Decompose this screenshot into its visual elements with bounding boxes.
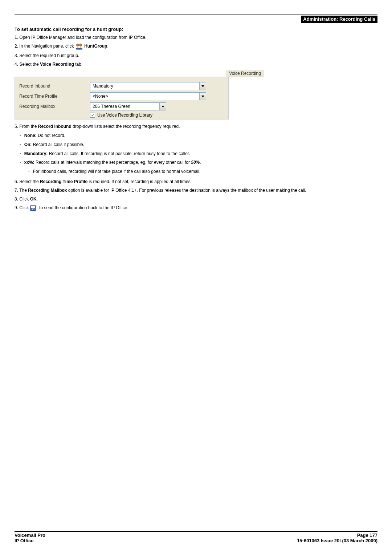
step-text-post: to send the configuration back to the IP… xyxy=(39,205,128,210)
step-number: 1. xyxy=(15,35,18,40)
label-recording-mailbox: Recording Mailbox xyxy=(19,104,90,109)
bullet-text: For inbound calls, recording will not ta… xyxy=(33,169,201,174)
step-text-pre: Click xyxy=(19,197,30,202)
save-icon xyxy=(30,204,38,212)
step-3: 3. Select the required hunt group. xyxy=(15,52,377,59)
row-recording-mailbox: Recording Mailbox 206 Theresa Green xyxy=(19,102,224,110)
step-number: 3. xyxy=(15,53,18,58)
page-footer: Voicemail Pro IP Office Page 177 15-6010… xyxy=(15,531,377,543)
bullet-bold: On: xyxy=(24,142,32,147)
step-number: 4. xyxy=(15,62,18,67)
bullet-bold: Mandatory: xyxy=(24,151,48,156)
step-1: 1. Open IP Office Manager and load the c… xyxy=(15,34,377,41)
dropdown-record-time-profile[interactable]: <None> xyxy=(90,92,206,100)
svg-rect-5 xyxy=(33,209,34,210)
sub-bullet-inbound-note: For inbound calls, recording will not ta… xyxy=(33,169,377,175)
header-section-title: Administration: Recording Calls xyxy=(301,16,377,23)
svg-point-0 xyxy=(76,44,79,46)
bullet-none: None: Do not record. xyxy=(25,133,377,139)
step-text: Open IP Office Manager and load the conf… xyxy=(19,35,146,40)
step-number: 2. xyxy=(15,44,18,49)
step-text-pre: Select the xyxy=(19,179,40,184)
step-text-pre: The xyxy=(19,188,28,193)
step-9: 9. Click to send the configuration back … xyxy=(15,204,377,212)
step-text-pre: In the Navigation pane, click xyxy=(19,44,75,49)
page-header: Administration: Recording Calls xyxy=(15,15,377,23)
checkbox-use-voice-recording-library[interactable]: ✓ xyxy=(90,113,95,118)
step-6: 6. Select the Recording Time Profile is … xyxy=(15,178,377,185)
footer-issue: 15-601063 Issue 20l (03 March 2009) xyxy=(297,538,377,543)
step-5: 5. From the Record Inbound drop-down lis… xyxy=(15,123,377,130)
bullet-italic: 50% xyxy=(191,160,200,165)
step-bold: Recording Time Profile xyxy=(40,179,87,184)
checkbox-label: Use Voice Recording Library xyxy=(97,113,152,118)
step-text-pre: From the xyxy=(19,124,38,129)
footer-product: Voicemail Pro xyxy=(15,532,45,538)
step-bold: Record Inbound xyxy=(38,124,72,129)
label-record-time-profile: Record Time Profile xyxy=(19,94,90,99)
step-number: 6. xyxy=(15,179,18,184)
label-record-inbound: Record Inbound xyxy=(19,84,90,89)
dropdown-record-inbound[interactable]: Mandatory xyxy=(90,82,206,90)
row-use-voice-recording-library: ✓ Use Voice Recording Library xyxy=(90,113,224,118)
chevron-down-icon[interactable] xyxy=(199,93,206,100)
step-text-post: . xyxy=(37,197,38,202)
sub-bullet-list: For inbound calls, recording will not ta… xyxy=(33,169,377,175)
step-bold: Recording Mailbox xyxy=(28,188,67,193)
step-8: 8. Click OK. xyxy=(15,196,377,202)
step-text-pre: Select the xyxy=(19,62,40,67)
bullet-xx-percent: xx%: Record calls at intervals matching … xyxy=(25,159,377,175)
bullet-post: . xyxy=(200,160,201,165)
dropdown-value: Mandatory xyxy=(90,84,199,89)
step-7: 7. The Recording Mailbox option is avail… xyxy=(15,187,377,194)
row-record-inbound: Record Inbound Mandatory xyxy=(19,82,224,90)
step-2: 2. In the Navigation pane, click HuntGro… xyxy=(15,43,377,50)
step-number: 7. xyxy=(15,188,18,193)
step-number: 5. xyxy=(15,124,18,129)
procedure-title: To set automatic call recording for a hu… xyxy=(15,27,377,32)
bullet-text: Record all calls. If recording is not po… xyxy=(48,151,190,156)
chevron-down-icon[interactable] xyxy=(199,82,206,90)
bullet-text: Do not record. xyxy=(37,133,65,138)
chevron-down-icon[interactable] xyxy=(159,103,166,110)
step-text-pre: Click xyxy=(19,205,30,210)
dropdown-recording-mailbox[interactable]: 206 Theresa Green xyxy=(90,102,166,110)
bullet-bold: xx%: xyxy=(24,160,34,165)
step-number: 8. xyxy=(15,197,18,202)
footer-platform: IP Office xyxy=(15,538,45,543)
bullet-text: Record all calls if possible. xyxy=(32,142,84,147)
bullet-bold: None: xyxy=(24,133,37,138)
frequency-options-list: None: Do not record. On: Record all call… xyxy=(25,133,377,175)
step-bold: OK xyxy=(30,197,37,202)
row-record-time-profile: Record Time Profile <None> xyxy=(19,92,224,100)
step-text: Select the required hunt group. xyxy=(19,53,79,58)
step-text-post: is required. If not set, recording is ap… xyxy=(87,179,192,184)
checkmark-icon: ✓ xyxy=(91,113,94,117)
step-text-post: drop-down lists select the recording fre… xyxy=(72,124,180,129)
voice-recording-panel: Voice Recording Record Inbound Mandatory… xyxy=(15,70,377,119)
step-number: 9. xyxy=(15,205,18,210)
tab-voice-recording[interactable]: Voice Recording xyxy=(226,70,264,77)
bullet-on: On: Record all calls if possible. xyxy=(25,142,377,148)
step-bold: Voice Recording xyxy=(40,62,74,67)
step-text-post: tab. xyxy=(74,62,82,67)
step-text-post: option is available for IP Office 4.1+. … xyxy=(67,188,306,193)
dropdown-value: 206 Theresa Green xyxy=(90,104,159,109)
huntgroup-icon xyxy=(75,43,83,50)
bullet-mandatory: Mandatory: Record all calls. If recordin… xyxy=(25,151,377,157)
dropdown-value: <None> xyxy=(90,94,199,99)
svg-point-1 xyxy=(79,44,82,46)
svg-rect-3 xyxy=(31,206,35,208)
step-4: 4. Select the Voice Recording tab. xyxy=(15,61,377,68)
step-text-post: . xyxy=(107,44,108,49)
footer-page: Page 177 xyxy=(297,532,377,538)
bullet-text: Record calls at intervals matching the s… xyxy=(34,160,191,165)
step-bold: HuntGroup xyxy=(84,44,107,49)
